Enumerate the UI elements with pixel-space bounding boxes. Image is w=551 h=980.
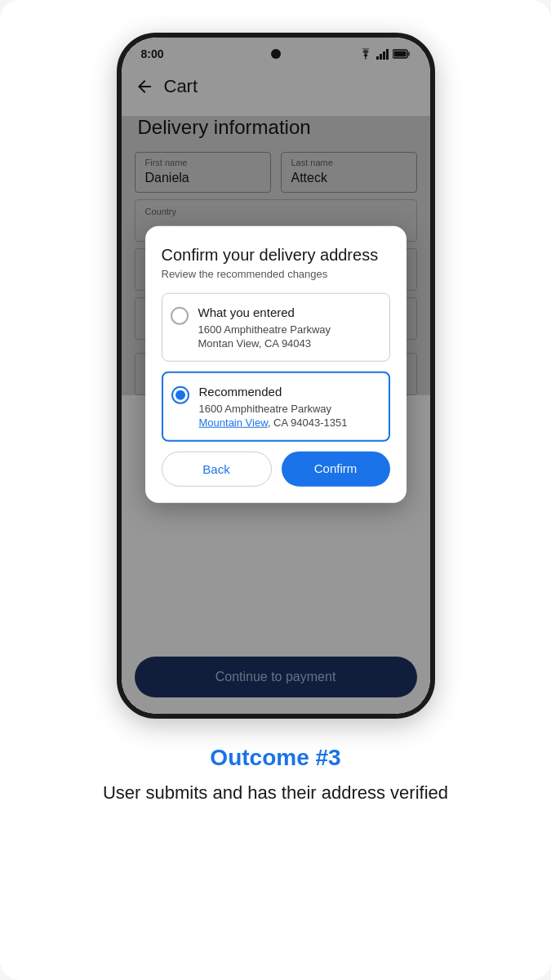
option-recommended-city: Mountain View, CA 94043-1351 bbox=[199, 416, 348, 429]
option-recommended-label: Recommended bbox=[199, 385, 348, 399]
option-recommended-address: 1600 Amphitheatre Parkway bbox=[199, 402, 348, 416]
radio-recommended[interactable] bbox=[171, 386, 189, 404]
radio-recommended-dot bbox=[176, 390, 185, 400]
option-recommended-content: Recommended 1600 Amphitheatre Parkway Mo… bbox=[199, 385, 348, 429]
page-wrapper: 8:00 bbox=[0, 0, 551, 980]
back-dialog-button[interactable]: Back bbox=[162, 452, 272, 487]
option-entered-label: What you entered bbox=[198, 305, 331, 319]
dialog-title: Confirm your delivery address bbox=[162, 246, 390, 265]
phone-screen: 8:00 bbox=[122, 38, 430, 714]
option-entered-city: Montan View, CA 94043 bbox=[198, 337, 331, 350]
confirm-address-dialog: Confirm your delivery address Review the… bbox=[145, 226, 407, 503]
outcome-section: Outcome #3 User submits and has their ad… bbox=[70, 745, 481, 806]
radio-entered[interactable] bbox=[171, 307, 189, 325]
city-rest: , CA 94043-1351 bbox=[268, 416, 348, 429]
option-recommended[interactable]: Recommended 1600 Amphitheatre Parkway Mo… bbox=[162, 372, 390, 442]
city-underlined: Mountain View bbox=[199, 416, 268, 429]
outcome-title: Outcome #3 bbox=[103, 745, 448, 771]
option-entered-content: What you entered 1600 Amphitheatre Parkw… bbox=[198, 305, 331, 350]
confirm-dialog-button[interactable]: Confirm bbox=[282, 452, 390, 487]
dialog-subtitle: Review the recommended changes bbox=[162, 268, 390, 280]
outcome-description: User submits and has their address verif… bbox=[103, 781, 448, 806]
option-entered[interactable]: What you entered 1600 Amphitheatre Parkw… bbox=[162, 293, 390, 362]
dialog-buttons: Back Confirm bbox=[162, 452, 390, 487]
option-entered-address: 1600 Amphitheatre Parkway bbox=[198, 323, 331, 337]
phone-frame: 8:00 bbox=[117, 33, 435, 719]
